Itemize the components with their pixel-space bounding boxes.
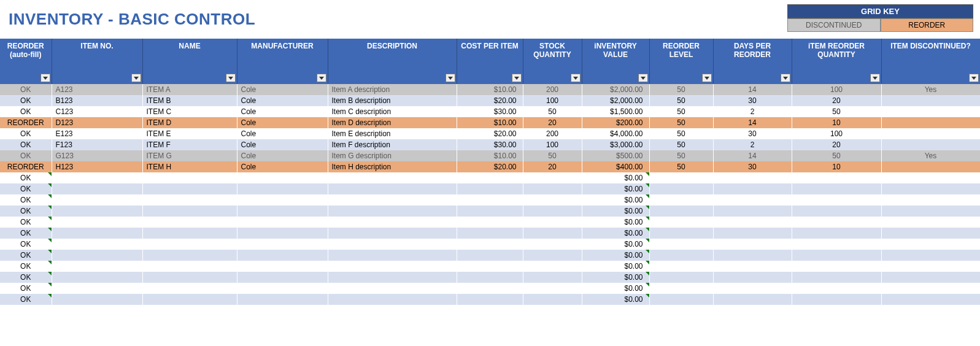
cell-value[interactable]: $400.00 — [582, 161, 649, 172]
cell-disc[interactable] — [881, 239, 980, 250]
cell-level[interactable]: 50 — [649, 117, 713, 128]
cell-value[interactable]: $0.00 — [582, 261, 649, 272]
cell-value[interactable]: $500.00 — [582, 150, 649, 161]
cell-item[interactable]: G123 — [52, 150, 142, 161]
cell-qty[interactable] — [792, 283, 881, 294]
cell-value[interactable]: $0.00 — [582, 294, 649, 305]
cell-disc[interactable] — [881, 283, 980, 294]
cell-value[interactable]: $2,000.00 — [582, 84, 649, 95]
cell-days[interactable] — [713, 272, 792, 283]
cell-value[interactable]: $2,000.00 — [582, 95, 649, 106]
cell-item[interactable]: E123 — [52, 128, 142, 139]
cell-name[interactable] — [142, 206, 237, 217]
table-row[interactable]: REORDERD123ITEM DColeItem D description$… — [0, 117, 980, 128]
cell-level[interactable]: 50 — [649, 150, 713, 161]
table-row[interactable]: OKC123ITEM CColeItem C description$30.00… — [0, 106, 980, 117]
cell-manu[interactable]: Cole — [237, 139, 328, 150]
cell-qty[interactable] — [792, 250, 881, 261]
table-row[interactable]: OK$0.00 — [0, 172, 980, 183]
cell-stock[interactable] — [523, 183, 582, 194]
cell-name[interactable]: ITEM F — [142, 139, 237, 150]
cell-manu[interactable]: Cole — [237, 106, 328, 117]
cell-value[interactable]: $0.00 — [582, 206, 649, 217]
cell-desc[interactable] — [328, 217, 457, 228]
cell-disc[interactable] — [881, 139, 980, 150]
cell-days[interactable] — [713, 228, 792, 239]
cell-manu[interactable] — [237, 194, 328, 206]
cell-days[interactable] — [713, 239, 792, 250]
table-row[interactable]: OKF123ITEM FColeItem F description$30.00… — [0, 139, 980, 150]
cell-stock[interactable]: 100 — [523, 139, 582, 150]
cell-status[interactable]: OK — [0, 217, 52, 228]
cell-stock[interactable]: 20 — [523, 161, 582, 172]
cell-name[interactable] — [142, 183, 237, 194]
cell-disc[interactable] — [881, 183, 980, 194]
filter-dropdown-icon[interactable] — [41, 74, 50, 82]
cell-qty[interactable]: 20 — [792, 139, 881, 150]
cell-disc[interactable] — [881, 228, 980, 239]
cell-cost[interactable] — [457, 206, 523, 217]
cell-name[interactable] — [142, 194, 237, 206]
cell-item[interactable] — [52, 250, 142, 261]
cell-name[interactable]: ITEM B — [142, 95, 237, 106]
cell-level[interactable] — [649, 294, 713, 305]
cell-level[interactable]: 50 — [649, 161, 713, 172]
cell-name[interactable] — [142, 294, 237, 305]
cell-disc[interactable] — [881, 217, 980, 228]
cell-value[interactable]: $4,000.00 — [582, 128, 649, 139]
cell-level[interactable] — [649, 206, 713, 217]
cell-desc[interactable]: Item A description — [328, 84, 457, 95]
cell-manu[interactable] — [237, 294, 328, 305]
cell-status[interactable]: REORDER — [0, 117, 52, 128]
cell-cost[interactable]: $10.00 — [457, 117, 523, 128]
cell-stock[interactable] — [523, 272, 582, 283]
cell-level[interactable]: 50 — [649, 128, 713, 139]
cell-manu[interactable] — [237, 239, 328, 250]
cell-manu[interactable] — [237, 183, 328, 194]
cell-item[interactable]: C123 — [52, 106, 142, 117]
cell-disc[interactable]: Yes — [881, 150, 980, 161]
cell-level[interactable] — [649, 272, 713, 283]
cell-cost[interactable] — [457, 272, 523, 283]
cell-disc[interactable] — [881, 206, 980, 217]
cell-manu[interactable] — [237, 217, 328, 228]
cell-item[interactable] — [52, 206, 142, 217]
filter-dropdown-icon[interactable] — [781, 74, 790, 82]
cell-cost[interactable]: $30.00 — [457, 139, 523, 150]
table-row[interactable]: REORDERH123ITEM HColeItem H description$… — [0, 161, 980, 172]
cell-level[interactable]: 50 — [649, 95, 713, 106]
cell-desc[interactable] — [328, 206, 457, 217]
cell-days[interactable] — [713, 294, 792, 305]
cell-days[interactable]: 2 — [713, 139, 792, 150]
cell-qty[interactable]: 50 — [792, 106, 881, 117]
cell-days[interactable] — [713, 283, 792, 294]
cell-qty[interactable] — [792, 272, 881, 283]
cell-stock[interactable] — [523, 194, 582, 206]
cell-desc[interactable] — [328, 261, 457, 272]
filter-dropdown-icon[interactable] — [131, 74, 141, 82]
filter-dropdown-icon[interactable] — [446, 74, 455, 82]
cell-qty[interactable] — [792, 183, 881, 194]
cell-desc[interactable] — [328, 194, 457, 206]
cell-cost[interactable]: $10.00 — [457, 150, 523, 161]
cell-item[interactable]: H123 — [52, 161, 142, 172]
cell-value[interactable]: $3,000.00 — [582, 139, 649, 150]
table-row[interactable]: OK$0.00 — [0, 261, 980, 272]
cell-desc[interactable] — [328, 294, 457, 305]
cell-item[interactable] — [52, 239, 142, 250]
cell-level[interactable] — [649, 261, 713, 272]
cell-name[interactable]: ITEM H — [142, 161, 237, 172]
cell-cost[interactable] — [457, 183, 523, 194]
cell-cost[interactable] — [457, 261, 523, 272]
cell-status[interactable]: OK — [0, 294, 52, 305]
cell-value[interactable]: $0.00 — [582, 239, 649, 250]
table-row[interactable]: OK$0.00 — [0, 228, 980, 239]
cell-value[interactable]: $0.00 — [582, 172, 649, 183]
cell-desc[interactable]: Item G description — [328, 150, 457, 161]
cell-value[interactable]: $0.00 — [582, 217, 649, 228]
cell-status[interactable]: OK — [0, 84, 52, 95]
cell-manu[interactable]: Cole — [237, 150, 328, 161]
cell-manu[interactable] — [237, 283, 328, 294]
cell-status[interactable]: OK — [0, 183, 52, 194]
cell-status[interactable]: OK — [0, 194, 52, 206]
